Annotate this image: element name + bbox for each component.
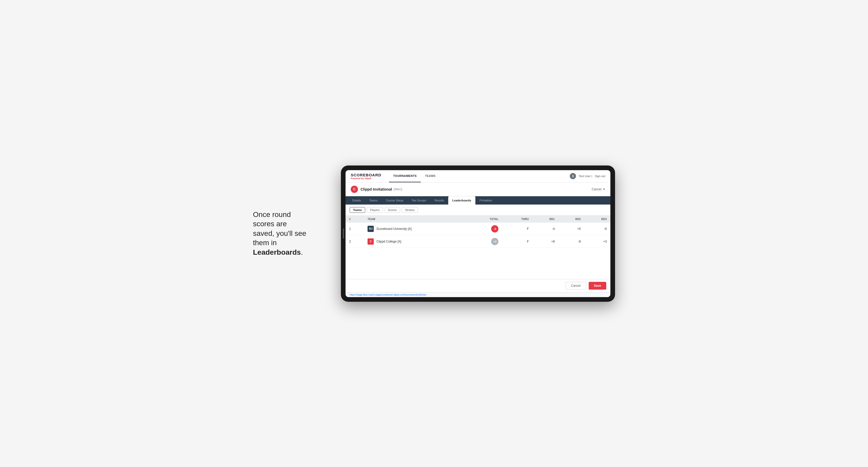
tournament-gender: (Men) [393, 187, 402, 191]
col-total: TOTAL [469, 216, 502, 223]
nav-teams[interactable]: TEAMS [421, 170, 440, 182]
sign-out-link[interactable]: Sign out [595, 175, 605, 178]
filter-bar: Teams Players Scores Strokes [345, 205, 610, 216]
table-row: 1 SU Scoreboard University [A] -5 F -4 [345, 223, 610, 235]
description-line4: them in [253, 239, 277, 247]
tab-results[interactable]: Results [430, 196, 448, 205]
team-logo-2: C [368, 239, 374, 245]
team-logo-1: SU [368, 226, 374, 232]
content-spacer [345, 248, 610, 279]
user-avatar: S [570, 173, 576, 179]
col-rank: # [345, 216, 364, 223]
description-line2: scores are [253, 220, 287, 228]
leaderboard-table: # TEAM TOTAL THRU RD1 RD2 RD3 1 [345, 216, 610, 248]
user-name: Test User | [579, 175, 592, 178]
nav-right: S Test User | Sign out [570, 173, 605, 179]
url-bar: https://stage-blue-coach.stagescoreboard… [345, 292, 610, 297]
tab-course-setup[interactable]: Course Setup [382, 196, 407, 205]
tab-leaderboards[interactable]: Leaderboards [448, 196, 475, 205]
description-highlight: Leaderboards [253, 248, 301, 256]
total-1: -5 [469, 223, 502, 235]
thru-1: F [502, 223, 532, 235]
close-icon: ✕ [602, 187, 605, 191]
tab-printables[interactable]: Printables [475, 196, 496, 205]
tablet-side-tab [343, 228, 344, 239]
rank-1: 1 [345, 223, 364, 235]
cancel-header-button[interactable]: Cancel ✕ [592, 187, 605, 191]
rd2-1: +5 [558, 223, 584, 235]
table-header: # TEAM TOTAL THRU RD1 RD2 RD3 [345, 216, 610, 223]
tournament-icon: C [351, 186, 358, 193]
filter-scores[interactable]: Scores [384, 207, 400, 213]
description-line1: Once round [253, 211, 291, 218]
filter-players[interactable]: Players [367, 207, 383, 213]
rd3-1: -6 [584, 223, 610, 235]
logo-area: SCOREBOARD Powered by clippd [351, 173, 381, 180]
page-container: Once round scores are saved, you'll see … [253, 165, 615, 302]
col-team: TEAM [364, 216, 469, 223]
filter-teams[interactable]: Teams [350, 207, 365, 213]
description-line3: saved, you'll see [253, 229, 306, 238]
score-badge-1: -5 [491, 225, 498, 232]
rank-2: 2 [345, 235, 364, 248]
rd3-2: +3 [584, 235, 610, 248]
description-period: . [301, 248, 303, 256]
tab-teams[interactable]: Teams [365, 196, 382, 205]
col-rd3: RD3 [584, 216, 610, 223]
team-cell-1: SU Scoreboard University [A] [364, 223, 469, 235]
app-navbar: SCOREBOARD Powered by clippd TOURNAMENTS… [345, 170, 610, 183]
left-description: Once round scores are saved, you'll see … [253, 210, 326, 257]
col-thru: THRU [502, 216, 532, 223]
tab-tee-groups[interactable]: Tee Groups [407, 196, 430, 205]
tab-bar: Details Teams Course Setup Tee Groups Re… [345, 196, 610, 205]
tablet-frame: SCOREBOARD Powered by clippd TOURNAMENTS… [341, 165, 615, 302]
col-rd2: RD2 [558, 216, 584, 223]
thru-2: F [502, 235, 532, 248]
tournament-header: C Clippd Invitational (Men) Cancel ✕ [345, 183, 610, 196]
rd2-2: -8 [558, 235, 584, 248]
table-row: 2 C Clippd College [A] +3 F +8 -8 [345, 235, 610, 248]
tablet-screen: SCOREBOARD Powered by clippd TOURNAMENTS… [345, 170, 610, 297]
total-2: +3 [469, 235, 502, 248]
tournament-name: Clippd Invitational [361, 187, 392, 191]
footer-cancel-button[interactable]: Cancel [566, 282, 586, 290]
logo-title: SCOREBOARD [351, 173, 381, 177]
footer-save-button[interactable]: Save [589, 282, 606, 290]
logo-brand: clippd [365, 177, 371, 180]
logo-subtitle: Powered by clippd [351, 177, 381, 180]
nav-links: TOURNAMENTS TEAMS [389, 170, 440, 182]
filter-strokes[interactable]: Strokes [402, 207, 418, 213]
app-footer: Cancel Save [345, 279, 610, 292]
nav-tournaments[interactable]: TOURNAMENTS [389, 170, 421, 182]
rd1-1: -4 [532, 223, 558, 235]
col-rd1: RD1 [532, 216, 558, 223]
score-badge-2: +3 [491, 238, 498, 245]
team-cell-2: C Clippd College [A] [364, 235, 469, 248]
rd1-2: +8 [532, 235, 558, 248]
tab-details[interactable]: Details [348, 196, 365, 205]
team-name-2: Clippd College [A] [376, 240, 401, 243]
team-name-1: Scoreboard University [A] [376, 227, 411, 231]
table-body: 1 SU Scoreboard University [A] -5 F -4 [345, 223, 610, 248]
